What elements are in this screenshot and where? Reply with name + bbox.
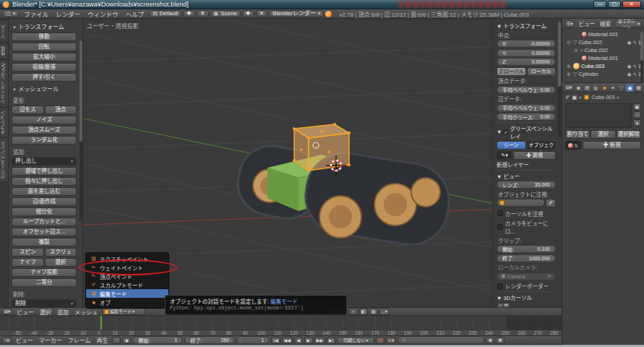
select-mode-face-button[interactable]: ▨ [369,308,378,315]
np-gpencil-header[interactable]: ▼ ✓ グリースペンシルレイ [497,122,556,140]
knife-select-button[interactable]: 選択 [45,258,77,267]
gp-new-button[interactable]: ✚ 新規 [513,151,556,160]
npanel-scrollbar[interactable] [558,22,561,137]
extrude-menu-button[interactable]: 押し出し▾ [12,157,77,166]
timeline-menu[interactable]: ビュー [13,338,36,344]
timeline-track-area[interactable] [0,316,562,330]
visibility-icon[interactable]: ◉ [627,64,631,69]
clip-end-field[interactable]: ‹終了:1000.000› [497,254,556,262]
gp-object-tab[interactable]: オブジェクト [527,141,557,150]
maximize-button[interactable]: ▢ [608,1,621,8]
local-button[interactable]: ローカル [527,67,557,76]
spin-button[interactable]: スピン [12,248,44,257]
outliner-row-material[interactable]: Material.001 [563,30,643,38]
outliner-filter-dropdown[interactable]: 全てのシーン▾ [614,20,642,27]
layout-delete-button[interactable]: ✕ [197,10,209,17]
lock-camera-checkbox[interactable]: カメラをビューにロ... [497,218,556,235]
next-keyframe-button[interactable]: ▶▶ [314,337,325,344]
outliner-row-object-active[interactable]: ⊕Cube.003 ◉↖▣ [563,62,643,70]
breadcrumb-object-name[interactable]: Cube.003 [591,94,615,100]
select-button[interactable]: 選択 [591,130,615,139]
np-cursor-header[interactable]: ▼ 3Dカーソル [497,291,556,301]
tab-data-icon[interactable]: ▽ [617,84,625,92]
jump-to-end-button[interactable]: ▶| [327,337,335,344]
material-new-button[interactable]: ✚ 新規 [583,141,641,150]
global-button[interactable]: グローバル [497,67,526,76]
scene-add-button[interactable]: ✚ [242,10,254,17]
scene-selector[interactable]: ▣Scene [210,10,241,17]
topbar-menu[interactable]: ファイル [20,11,52,18]
timeline-menu[interactable]: フレーム [65,338,94,344]
add-tool-button[interactable]: 面を差し込む [12,187,77,196]
deform-tool-button[interactable]: ランダム化 [12,136,77,145]
auto-keyframe-button[interactable]: ● [376,337,385,344]
render-border-checkbox[interactable]: レンダーボーダー [497,281,556,290]
breadcrumb-eyedropper-icon[interactable]: ✐ [565,94,570,100]
close-button[interactable]: ✕ [622,1,641,8]
median-field[interactable]: ‹X:-0.00000› [497,40,556,48]
outliner-row-material[interactable]: Material.001 [563,54,643,62]
frame-end-field[interactable]: ‹終了:250› [184,336,235,344]
gp-scene-tab[interactable]: シーン [497,141,526,150]
edge-bevel-field[interactable]: ‹平均ベベルウェ:0.00› [497,104,556,112]
topbar-menu[interactable]: ウィンドウ [84,11,122,18]
add-tool-button[interactable]: 複製 [12,238,77,247]
v3d-menu[interactable]: 追加 [54,309,72,316]
play-reverse-button[interactable]: ◀ [294,337,303,344]
outliner-row-object[interactable]: ⊕▽Cylinder ◉↖▣ [563,70,643,78]
timeline-editor-type-button[interactable]: ◔▾ [2,337,12,344]
layout-add-button[interactable]: ✚ [183,10,195,17]
frame-start-field[interactable]: ‹開始:1› [132,336,183,344]
jump-to-start-button[interactable]: |◀ [271,337,280,344]
timeline-ruler[interactable]: -50-40-30-20-100102030405060708090100110… [0,330,562,335]
toolshelf-tab[interactable]: 作成 [0,43,8,59]
menu-item-edit-mode[interactable]: ▣編集モード [86,289,168,298]
toolshelf-tab[interactable]: シェーディング/UV [0,60,8,106]
topbar-menu[interactable]: ヘルプ [122,11,148,18]
tab-object-icon[interactable]: ■ [601,84,609,92]
lock-frame-button[interactable]: ◉ [122,337,131,344]
lock-cursor-checkbox[interactable]: カーソルを注視 [497,209,556,218]
transform-tool-button[interactable]: 移動 [12,33,77,41]
keying-mode-dropdown[interactable]: ●▾ [386,337,396,344]
select-mode-edge-button[interactable]: ◧ [359,308,368,315]
slot-specials-button[interactable]: ▾ [633,119,641,127]
add-tool-button[interactable]: 辺/面作成 [12,197,77,206]
layout-selector[interactable]: ▤Default [149,10,181,17]
timeline-menu[interactable]: 再生 [93,338,111,344]
panel-transform-header[interactable]: ▼ トランスフォーム [12,21,77,31]
v3d-menu[interactable]: ビュー [14,309,37,316]
v3d-menu[interactable]: メッシュ [72,309,100,316]
current-frame-marker[interactable] [100,316,102,330]
tab-world-icon[interactable]: ◍ [592,84,600,92]
local-camera-field[interactable]: ▣Camera✕ [497,273,556,280]
screw-button[interactable]: スクリュ [45,248,77,257]
outliner-row-object[interactable]: ⊖▽Cube.002 ◉↖▣ [563,38,643,46]
menu-item-sculpt-mode[interactable]: ✐スカルプトモード [86,280,168,289]
panel-meshtools-header[interactable]: ▼ メッシュツール [12,83,77,93]
current-frame-field[interactable]: ‹1› [236,336,270,344]
delete-keyframe-button[interactable]: ✖ [496,337,505,344]
eyedropper-button[interactable]: ✐ [546,199,556,207]
crease-field[interactable]: ‹平均クリース:0.00› [497,113,556,121]
outliner-view-menu[interactable]: ビュー [577,20,596,27]
outliner-row-meshdata[interactable]: ⊖▿Cube.002 [563,46,643,54]
tab-render-icon[interactable]: ◙ [575,84,583,92]
transform-tool-button[interactable]: 拡大縮小 [12,53,77,61]
mode-dropdown[interactable]: 編集モード▾ [102,308,145,315]
transform-tool-button[interactable]: 回転 [12,43,77,51]
deselect-button[interactable]: 選択解除 [617,130,641,139]
topbar-menu[interactable]: レンダー [52,11,84,18]
lock-object-field[interactable] [497,199,545,207]
toolshelf-tab[interactable]: オプション [0,108,8,137]
v3d-menu[interactable]: 選択 [37,309,54,316]
median-field[interactable]: ‹Y:0.00000› [497,49,556,57]
select-mode-vertex-button[interactable]: ▪ [349,308,358,315]
add-tool-button[interactable]: 二等分 [12,278,77,287]
lens-field[interactable]: ‹レンズ:35.000› [497,181,556,189]
tab-scene-icon[interactable]: ▤ [583,84,591,92]
clip-start-field[interactable]: ‹開始:0.100› [497,245,556,253]
np-transform-header[interactable]: ▼ トランスフォーム [497,20,556,30]
gp-draw-mode-button[interactable]: ✎▾ [497,151,512,160]
slot-add-button[interactable]: ✚ [633,103,641,111]
